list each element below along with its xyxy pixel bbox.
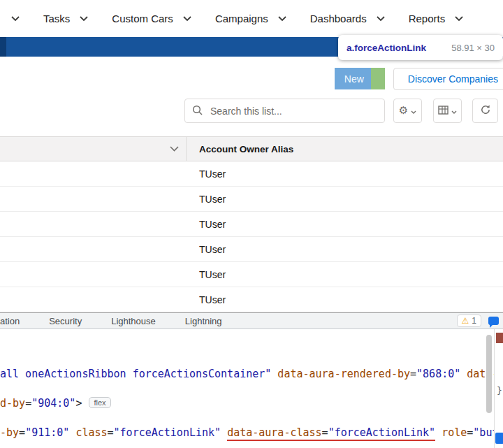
list-action-row: New Discover Companies xyxy=(0,57,503,91)
devtools-scrollbar-thumb[interactable] xyxy=(486,335,492,413)
new-button-inspect-highlight: New xyxy=(335,68,385,89)
search-input[interactable] xyxy=(184,99,385,123)
inspect-tooltip-dimensions: 58.91 × 30 xyxy=(451,43,495,53)
code-attr-value: all oneActionsRibbon forceActionsContain… xyxy=(0,368,277,380)
chevron-down-icon xyxy=(80,16,88,21)
chevron-down-icon xyxy=(451,106,457,116)
app-nav-bar: Tasks Custom Cars Campaigns Dashboards R… xyxy=(0,0,503,37)
nav-tab-campaigns-label: Campaigns xyxy=(215,13,268,24)
nav-tab-dashboards[interactable]: Dashboards xyxy=(310,13,385,24)
styles-pane-blue-badge xyxy=(495,433,503,444)
code-attr-value: "904:0" xyxy=(31,397,75,410)
table-grid-icon xyxy=(438,106,449,117)
code-punct: = xyxy=(108,426,114,439)
nav-tab-tasks[interactable]: Tasks xyxy=(43,13,88,24)
code-punct: = xyxy=(25,397,31,410)
code-punct: = xyxy=(322,426,328,439)
highlighted-attribute: data-aura-class="forceActionLink" xyxy=(227,426,435,441)
chevron-down-icon xyxy=(455,16,463,21)
brand-header-accent xyxy=(0,37,6,57)
code-attr-value: "911:0" xyxy=(25,426,75,439)
cell-account-owner-alias: TUser xyxy=(0,244,226,255)
table-row[interactable]: TUser xyxy=(0,212,503,237)
code-punct: = xyxy=(467,426,473,439)
refresh-icon xyxy=(480,104,491,117)
code-attr-value: "forceActionLink" xyxy=(328,426,436,439)
nav-overflow-chevron-icon[interactable] xyxy=(11,16,20,21)
column-header-account-owner-alias[interactable]: Account Owner Alias xyxy=(187,137,293,161)
styles-pane-color-block xyxy=(496,333,503,343)
chevron-down-icon xyxy=(170,146,179,152)
code-attr-name: -by xyxy=(0,426,19,439)
nav-tab-custom-cars-label: Custom Cars xyxy=(112,13,173,24)
nav-tab-custom-cars[interactable]: Custom Cars xyxy=(112,13,191,24)
chevron-down-icon xyxy=(183,16,191,21)
inspect-element-tooltip: a.forceActionLink 58.91 × 30 xyxy=(338,35,503,60)
list-table-body: TUser TUser TUser TUser TUser TUser xyxy=(0,161,503,312)
warning-count-badge[interactable]: ⚠ 1 xyxy=(457,315,481,327)
list-search xyxy=(184,99,385,123)
warning-icon: ⚠ xyxy=(462,316,469,326)
nav-tab-dashboards-label: Dashboards xyxy=(310,13,367,24)
code-punct xyxy=(435,426,442,439)
column-header-previous-column[interactable] xyxy=(0,137,187,161)
table-row[interactable]: TUser xyxy=(0,161,503,187)
search-icon xyxy=(192,105,203,119)
code-attr-name: role xyxy=(442,426,467,439)
nav-tab-tasks-label: Tasks xyxy=(43,13,70,24)
discover-companies-button[interactable]: Discover Companies xyxy=(393,68,503,90)
devtools-status-icons: ⚠ 1 xyxy=(457,315,503,327)
table-row[interactable]: TUser xyxy=(0,187,503,212)
devtools-tab-lightning[interactable]: Lightning xyxy=(170,316,237,326)
display-as-button[interactable] xyxy=(433,99,462,123)
code-punct: > xyxy=(75,397,82,410)
issues-feedback-icon[interactable] xyxy=(488,317,499,325)
chevron-down-icon xyxy=(411,106,416,116)
code-attr-value: "forceActionLink" xyxy=(114,426,228,439)
cell-account-owner-alias: TUser xyxy=(0,219,226,230)
chevron-down-icon xyxy=(278,16,286,21)
code-punct: = xyxy=(410,368,416,380)
styles-pane-brace: } xyxy=(497,385,502,396)
dom-node-line[interactable]: -by="911:0" class="forceActionLink" data… xyxy=(0,426,503,439)
table-row[interactable]: TUser xyxy=(0,237,503,262)
flex-layout-badge[interactable]: flex xyxy=(89,397,110,408)
inspect-padding-overlay xyxy=(371,68,385,89)
nav-tab-reports-label: Reports xyxy=(409,13,446,24)
list-controls-row: ⚙ xyxy=(0,91,503,132)
code-attr-name: data-aura-rendered-by xyxy=(277,368,410,380)
cell-account-owner-alias: TUser xyxy=(0,294,226,305)
cell-account-owner-alias: TUser xyxy=(0,194,226,205)
inspect-tooltip-selector: a.forceActionLink xyxy=(347,43,426,53)
dom-node-line[interactable]: d-by="904:0">flex xyxy=(0,396,111,410)
warning-count: 1 xyxy=(472,316,476,326)
devtools-tab-lighthouse[interactable]: Lighthouse xyxy=(96,316,170,326)
table-row[interactable]: TUser xyxy=(0,287,503,312)
code-attr-value: "868:0" xyxy=(416,368,467,380)
table-row[interactable]: TUser xyxy=(0,262,503,287)
new-button[interactable]: New xyxy=(335,68,371,89)
cell-account-owner-alias: TUser xyxy=(0,269,226,280)
code-attr-name: data-aura-class xyxy=(227,426,321,439)
code-punct: = xyxy=(19,426,25,439)
devtools-elements-panel: all oneActionsRibbon forceActionsContain… xyxy=(0,329,503,448)
devtools-tab-security[interactable]: Security xyxy=(34,316,96,326)
code-attr-name: d-by xyxy=(0,397,25,410)
devtools-tab-application[interactable]: ation xyxy=(0,316,34,326)
refresh-button[interactable] xyxy=(472,99,498,123)
cell-account-owner-alias: TUser xyxy=(0,168,226,180)
devtools-styles-pane-sliver: } xyxy=(494,329,503,448)
nav-tab-reports[interactable]: Reports xyxy=(409,13,464,24)
devtools-tab-bar: ation Security Lighthouse Lightning ⚠ 1 xyxy=(0,312,503,329)
code-attr-name: class xyxy=(75,426,107,439)
list-table-header: Account Owner Alias xyxy=(0,136,503,161)
gear-icon: ⚙ xyxy=(399,106,408,116)
dom-node-line[interactable]: all oneActionsRibbon forceActionsContain… xyxy=(0,368,498,380)
list-settings-button[interactable]: ⚙ xyxy=(393,99,422,123)
chevron-down-icon xyxy=(377,16,385,21)
nav-tab-campaigns[interactable]: Campaigns xyxy=(215,13,286,24)
